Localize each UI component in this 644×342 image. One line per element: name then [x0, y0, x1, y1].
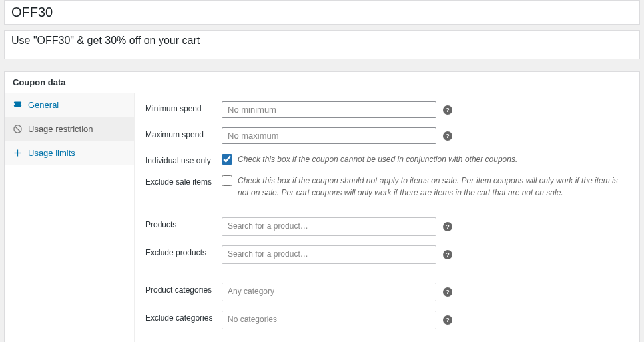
- label-exclude-sale: Exclude sale items: [145, 175, 222, 187]
- label-maximum-spend: Maximum spend: [145, 127, 222, 139]
- coupon-data-panel: Coupon data General Usage restriction: [4, 71, 640, 342]
- help-icon[interactable]: ?: [443, 315, 452, 325]
- sidebar-tabs: General Usage restriction Usage limits: [5, 93, 135, 342]
- row-exclude-categories: Exclude categories No categories ?: [145, 311, 629, 329]
- coupon-code-box[interactable]: OFF30: [4, 0, 640, 25]
- help-icon[interactable]: ?: [443, 250, 452, 259]
- panel-header: Coupon data: [5, 72, 639, 93]
- row-products: Products Search for a product… ?: [145, 217, 629, 236]
- row-individual-use: Individual use only Check this box if th…: [145, 153, 629, 165]
- maximum-spend-input[interactable]: [222, 127, 436, 144]
- individual-use-checkbox[interactable]: [222, 154, 232, 165]
- coupon-code: OFF30: [11, 5, 633, 20]
- ticket-icon: [13, 100, 23, 110]
- products-select[interactable]: Search for a product…: [222, 217, 436, 236]
- exclude-categories-select[interactable]: No categories: [222, 311, 436, 329]
- tab-general[interactable]: General: [5, 93, 134, 117]
- tab-usage-limits[interactable]: Usage limits: [5, 141, 134, 165]
- tab-usage-restriction[interactable]: Usage restriction: [5, 117, 134, 141]
- label-products: Products: [145, 217, 222, 229]
- coupon-description-box[interactable]: Use "OFF30" & get 30% off on your cart: [4, 30, 640, 59]
- label-individual-use: Individual use only: [145, 153, 222, 165]
- tab-label: Usage restriction: [28, 124, 93, 134]
- label-exclude-categories: Exclude categories: [145, 311, 222, 323]
- tab-label: General: [28, 100, 59, 110]
- label-minimum-spend: Minimum spend: [145, 101, 222, 113]
- ban-icon: [13, 124, 23, 134]
- panel-title: Coupon data: [13, 77, 631, 87]
- coupon-description: Use "OFF30" & get 30% off on your cart: [11, 35, 633, 47]
- svg-line-1: [15, 126, 20, 131]
- minimum-spend-input[interactable]: [222, 101, 436, 118]
- individual-use-help: Check this box if the coupon cannot be u…: [238, 153, 629, 165]
- row-maximum-spend: Maximum spend ?: [145, 127, 629, 144]
- row-exclude-sale: Exclude sale items Check this box if the…: [145, 175, 629, 199]
- help-icon[interactable]: ?: [443, 222, 452, 231]
- row-minimum-spend: Minimum spend ?: [145, 101, 629, 118]
- exclude-products-select[interactable]: Search for a product…: [222, 245, 436, 264]
- exclude-sale-help: Check this box if the coupon should not …: [238, 175, 629, 199]
- label-exclude-products: Exclude products: [145, 245, 222, 257]
- help-icon[interactable]: ?: [443, 105, 452, 115]
- plus-icon: [13, 148, 23, 158]
- label-product-categories: Product categories: [145, 283, 222, 295]
- help-icon[interactable]: ?: [443, 131, 452, 141]
- tab-label: Usage limits: [28, 148, 75, 158]
- row-exclude-products: Exclude products Search for a product… ?: [145, 245, 629, 264]
- exclude-sale-checkbox[interactable]: [222, 175, 232, 186]
- product-categories-select[interactable]: Any category: [222, 283, 436, 301]
- help-icon[interactable]: ?: [443, 287, 452, 297]
- form-area: Minimum spend ? Maximum spend ? Individu…: [135, 93, 639, 342]
- row-product-categories: Product categories Any category ?: [145, 283, 629, 301]
